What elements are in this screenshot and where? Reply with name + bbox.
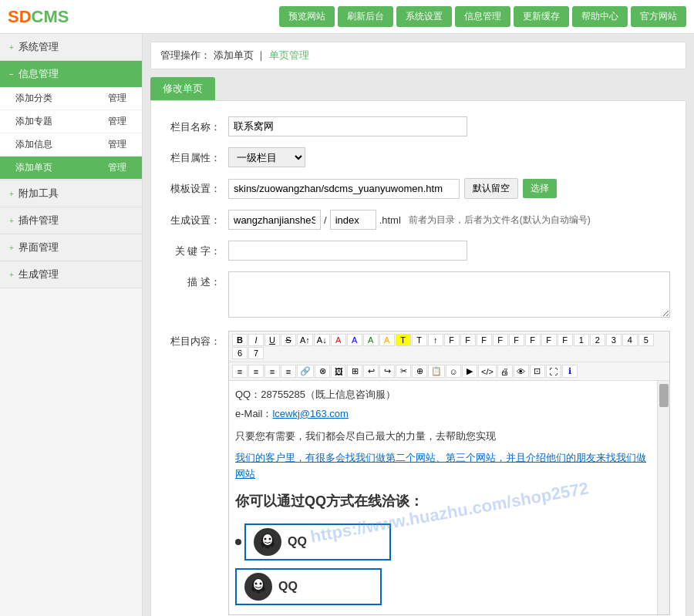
tb-link[interactable]: 🔗 (297, 365, 314, 378)
sidebar-title-tools[interactable]: + 附加工具 (0, 180, 142, 207)
input-template[interactable] (228, 179, 460, 199)
tb-f3[interactable]: F (477, 334, 492, 346)
btn-infomgmt[interactable]: 信息管理 (455, 6, 510, 27)
manage-info-link[interactable]: 管理 (108, 138, 126, 151)
btn-template-select[interactable]: 选择 (523, 179, 557, 198)
tb-copy[interactable]: ⊕ (412, 365, 427, 378)
manage-category-link[interactable]: 管理 (108, 92, 126, 105)
tb-align-justify[interactable]: ≡ (281, 365, 296, 378)
tb-redo[interactable]: ↪ (379, 365, 395, 378)
manage-page-link[interactable]: 管理 (108, 161, 126, 174)
internal-link[interactable]: 我们的客户里，有很多会找我们做第二个网站、第三个网站，并且介绍他们的朋友来找我们… (235, 452, 646, 480)
email-link[interactable]: lcewkj@163.com (272, 408, 348, 419)
tb-emotion[interactable]: ☺ (446, 365, 461, 378)
tb-f2[interactable]: F (460, 334, 476, 346)
form-panel: 栏目名称： 栏目属性： 一级栏目 二级栏目 三级栏目 模板设置： (150, 100, 686, 616)
tab-edit-page[interactable]: 修改单页 (150, 77, 215, 100)
tb-cut[interactable]: ✂ (396, 365, 411, 378)
input-column-name[interactable] (228, 116, 467, 136)
tb-undo[interactable]: ↩ (363, 365, 379, 378)
svg-point-3 (269, 537, 271, 540)
tb-h4[interactable]: 4 (622, 334, 638, 346)
tb-strike[interactable]: S (281, 334, 296, 346)
tb-f4[interactable]: F (493, 334, 508, 346)
btn-help[interactable]: 帮助中心 (572, 6, 628, 27)
tb-font-down[interactable]: A↓ (314, 334, 330, 346)
tb-preview[interactable]: 👁 (514, 365, 529, 378)
tb-table[interactable]: ⊞ (347, 365, 362, 378)
add-info-link[interactable]: 添加信息 (15, 138, 52, 151)
tb-help[interactable]: ℹ (562, 365, 578, 378)
breadcrumb-link[interactable]: 单页管理 (269, 49, 309, 61)
tb-h2[interactable]: 2 (590, 334, 605, 346)
input-generate-dir[interactable] (228, 210, 321, 230)
tb-align-center[interactable]: ≡ (248, 365, 264, 378)
input-keyword[interactable] (228, 241, 467, 261)
tb-font-color2[interactable]: A (347, 334, 362, 346)
tb-code[interactable]: </> (478, 365, 497, 378)
btn-preview[interactable]: 预览网站 (279, 6, 335, 27)
select-column-attr[interactable]: 一级栏目 二级栏目 三级栏目 (228, 147, 305, 167)
tb-font-up[interactable]: A↑ (297, 334, 313, 346)
add-category-link[interactable]: 添加分类 (15, 92, 52, 105)
add-page-link[interactable]: 添加单页 (15, 161, 52, 174)
tb-print[interactable]: 🖨 (497, 365, 513, 378)
editor-container: B I U S A↑ A↓ A A A A T T ↑ (228, 331, 670, 615)
btn-sysconfig[interactable]: 系统设置 (396, 6, 452, 27)
tb-h5[interactable]: 5 (638, 334, 654, 346)
tb-f7[interactable]: F (541, 334, 557, 346)
sidebar-item-add-category[interactable]: 添加分类 管理 (0, 87, 142, 110)
editor-scrollable: QQ：28755285（既上信息咨询服） e-Mail：lcewkj@163.c… (229, 381, 669, 614)
editor-body[interactable]: QQ：28755285（既上信息咨询服） e-Mail：lcewkj@163.c… (229, 381, 657, 614)
tb-paste[interactable]: 📋 (428, 365, 445, 378)
tb-highlight2[interactable]: T (412, 334, 427, 346)
tb-align-left[interactable]: ≡ (232, 365, 248, 378)
tb-h6[interactable]: 6 (232, 347, 248, 359)
tb-font-color1[interactable]: A (331, 334, 346, 346)
qq-box-1[interactable]: QQ (244, 523, 391, 560)
tb-f6[interactable]: F (525, 334, 541, 346)
tb-underline[interactable]: U (264, 334, 280, 346)
tb-superscript[interactable]: ↑ (428, 334, 443, 346)
sidebar-title-ui[interactable]: + 界面管理 (0, 234, 142, 261)
tb-f1[interactable]: F (444, 334, 460, 346)
editor-scrollbar[interactable] (657, 381, 669, 614)
tb-h1[interactable]: 1 (574, 334, 589, 346)
manage-topic-link[interactable]: 管理 (108, 115, 126, 128)
sidebar-item-add-topic[interactable]: 添加专题 管理 (0, 110, 142, 133)
tb-source[interactable]: ⊡ (530, 365, 545, 378)
tb-image[interactable]: 🖼 (331, 365, 346, 378)
input-generate-file[interactable] (330, 210, 376, 230)
tb-unlink[interactable]: ⊗ (315, 365, 330, 378)
sidebar-title-system[interactable]: + 系统管理 (0, 34, 142, 60)
scrollbar-thumb[interactable] (659, 384, 669, 407)
btn-cache[interactable]: 更新缓存 (514, 6, 569, 27)
ctrl-template: 默认留空 选择 (228, 178, 670, 199)
tb-media[interactable]: ▶ (462, 365, 477, 378)
textarea-desc[interactable] (228, 271, 670, 318)
btn-official[interactable]: 官方网站 (631, 6, 686, 27)
tb-f8[interactable]: F (558, 334, 573, 346)
sidebar-title-generate[interactable]: + 生成管理 (0, 261, 142, 288)
tb-highlight[interactable]: T (396, 334, 411, 346)
tb-font-color3[interactable]: A (363, 334, 379, 346)
sidebar-item-add-page[interactable]: 添加单页 管理 (0, 157, 142, 180)
sidebar-section-info: − 信息管理 添加分类 管理 添加专题 管理 添加信息 管理 添加单页 (0, 61, 142, 180)
sidebar-title-info[interactable]: − 信息管理 (0, 61, 142, 87)
tb-font-color4[interactable]: A (379, 334, 395, 346)
tb-align-right[interactable]: ≡ (264, 365, 280, 378)
tb-f5[interactable]: F (509, 334, 524, 346)
tb-bold[interactable]: B (232, 334, 248, 346)
tb-italic[interactable]: I (248, 334, 264, 346)
btn-template-default[interactable]: 默认留空 (464, 178, 518, 199)
sidebar-label-system: 系统管理 (19, 40, 59, 54)
tb-h7[interactable]: 7 (248, 347, 264, 359)
btn-refresh[interactable]: 刷新后台 (338, 6, 393, 27)
sidebar-item-add-info[interactable]: 添加信息 管理 (0, 133, 142, 157)
qq-box-2[interactable]: QQ (235, 568, 382, 605)
tb-h3[interactable]: 3 (606, 334, 622, 346)
tb-fullscreen[interactable]: ⛶ (546, 365, 561, 378)
sidebar-title-plugins[interactable]: + 插件管理 (0, 207, 142, 234)
add-topic-link[interactable]: 添加专题 (15, 115, 52, 128)
plus-icon-system: + (9, 43, 14, 52)
